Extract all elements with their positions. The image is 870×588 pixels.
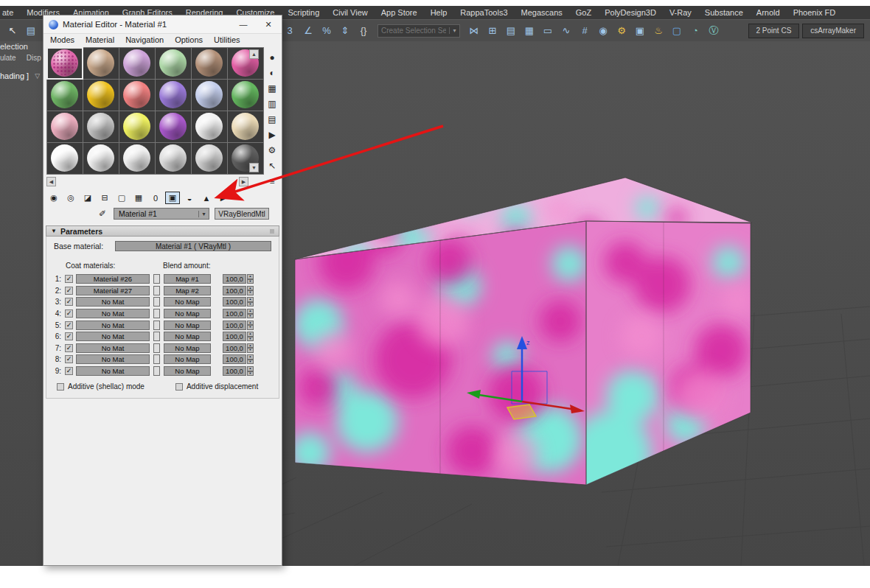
schematic-view-icon[interactable]: # (577, 23, 593, 39)
menu-v-ray[interactable]: V-Ray (663, 8, 698, 17)
me-menu-modes[interactable]: Modes (50, 35, 74, 44)
coat-enable-checkbox[interactable]: ✓ (65, 332, 73, 340)
sample-slot-3[interactable] (119, 48, 155, 79)
sample-slot-13[interactable] (47, 111, 83, 142)
sample-slot-9[interactable] (119, 80, 155, 111)
select-by-name-icon[interactable]: ▤ (23, 23, 39, 39)
material-type-button[interactable]: VRayBlendMtl (215, 208, 269, 220)
menu-app-store[interactable]: App Store (375, 8, 424, 17)
render-production-icon[interactable]: ♨ (650, 23, 667, 39)
me-menu-material[interactable]: Material (86, 35, 114, 44)
material-editor-icon[interactable]: ◉ (595, 23, 611, 39)
sample-slot-19[interactable] (47, 143, 83, 174)
menu-polydesign3d[interactable]: PolyDesign3D (598, 8, 663, 17)
assign-material-to-selection-icon[interactable]: ◪ (80, 192, 95, 204)
additive-displacement-checkbox[interactable] (175, 383, 183, 391)
sample-slot-21[interactable] (119, 143, 155, 174)
coat-material-button[interactable]: No Mat (76, 343, 150, 353)
viewport-shading-label[interactable]: hading ] ▽ (0, 71, 40, 80)
filter-icon[interactable]: ▽ (35, 72, 40, 80)
blend-amount-field[interactable]: 100,0▴▾ (223, 343, 254, 353)
select-object-icon[interactable]: ↖ (4, 23, 21, 39)
coat-enable-checkbox[interactable]: ✓ (65, 344, 73, 352)
coat-color-swatch[interactable] (153, 309, 160, 318)
coat-enable-checkbox[interactable]: ✓ (65, 367, 73, 375)
spinner-down-icon[interactable]: ▾ (247, 325, 254, 330)
slot-scroll-up-button[interactable]: ▲ (249, 49, 259, 59)
coat-color-swatch[interactable] (153, 366, 160, 376)
coat-material-button[interactable]: No Mat (76, 332, 150, 341)
angle-snap-icon[interactable]: ∠ (300, 23, 316, 39)
blend-amount-field[interactable]: 100,0▴▾ (223, 286, 254, 295)
blend-amount-field[interactable]: 100,0▴▾ (223, 332, 254, 341)
slot-scroll-right-button[interactable]: ▶ (239, 177, 248, 186)
snaps-toggle-icon[interactable]: 3 (282, 23, 298, 39)
render-setup-icon[interactable]: ⚙ (613, 23, 630, 39)
close-button[interactable]: ✕ (258, 20, 279, 29)
blend-amount-spinner[interactable]: ▴▾ (247, 309, 254, 318)
me-menu-options[interactable]: Options (175, 35, 203, 44)
coat-enable-checkbox[interactable]: ✓ (65, 321, 73, 329)
spinner-down-icon[interactable]: ▾ (247, 360, 254, 365)
sample-slot-2[interactable] (83, 48, 119, 79)
sample-slot-16[interactable] (156, 111, 191, 142)
menu-civil-view[interactable]: Civil View (326, 8, 374, 17)
box-right-face[interactable] (563, 221, 754, 510)
edit-named-selection-sets-icon[interactable]: {} (355, 23, 372, 39)
material-editor-window[interactable]: Material Editor - Material #1 — ✕ ModesM… (43, 15, 282, 566)
spinner-down-icon[interactable]: ▾ (247, 348, 254, 353)
selection-set-dropdown-icon[interactable]: ▾ (449, 27, 459, 34)
mirror-icon[interactable]: ⋈ (466, 23, 482, 39)
menu-scripting[interactable]: Scripting (281, 8, 326, 17)
coat-enable-checkbox[interactable]: ✓ (65, 298, 73, 306)
blend-amount-field[interactable]: 100,0▴▾ (223, 309, 254, 318)
coat-map-button[interactable]: Map #1 (164, 274, 211, 284)
spinner-down-icon[interactable]: ▾ (247, 279, 254, 284)
make-material-copy-icon[interactable]: ▢ (114, 192, 129, 204)
blend-amount-field[interactable]: 100,0▴▾ (223, 274, 254, 284)
material-name-dropdown-icon[interactable]: ▾ (198, 211, 209, 217)
video-color-check-icon[interactable]: ▤ (265, 113, 279, 126)
sample-slot-15[interactable] (119, 111, 155, 142)
me-menu-utilities[interactable]: Utilities (214, 35, 240, 44)
blend-amount-spinner[interactable]: ▴▾ (247, 366, 254, 376)
blend-amount-field[interactable]: 100,0▴▾ (223, 354, 254, 364)
coat-color-swatch[interactable] (153, 274, 160, 284)
menu-rappatools3[interactable]: RappaTools3 (453, 8, 514, 17)
coat-map-button[interactable]: No Map (164, 354, 211, 364)
menu-help[interactable]: Help (424, 8, 454, 17)
menu-goz[interactable]: GoZ (569, 8, 598, 17)
blend-amount-spinner[interactable]: ▴▾ (247, 297, 254, 307)
blend-amount-field[interactable]: 100,0▴▾ (223, 366, 254, 376)
coat-map-button[interactable]: No Map (164, 366, 211, 376)
align-icon[interactable]: ⊞ (484, 23, 501, 39)
coat-material-button[interactable]: No Mat (76, 366, 150, 376)
coat-map-button[interactable]: No Map (164, 321, 211, 330)
pick-material-from-object-icon[interactable]: ✐ (97, 209, 108, 219)
left-panel-tab-fragment[interactable]: ulate (0, 54, 16, 62)
coat-material-button[interactable]: No Mat (76, 354, 150, 364)
put-material-to-scene-icon[interactable]: ◎ (63, 192, 78, 204)
coat-color-swatch[interactable] (153, 343, 160, 353)
coat-map-button[interactable]: Map #2 (164, 286, 211, 295)
delete-material-icon[interactable]: ⊟ (97, 192, 112, 204)
curve-editor-icon[interactable]: ∿ (558, 23, 574, 39)
slot-scroll-left-button[interactable]: ◀ (46, 177, 56, 186)
coat-map-button[interactable]: No Map (164, 332, 211, 341)
go-forward-to-sibling-icon[interactable]: ▶ (216, 192, 231, 204)
sample-slot-14[interactable] (83, 111, 119, 142)
additive-shellac-checkbox[interactable] (57, 383, 64, 391)
menu-substance[interactable]: Substance (698, 8, 750, 17)
menu-ate[interactable]: ate (0, 8, 20, 17)
blend-amount-spinner[interactable]: ▴▾ (247, 274, 254, 284)
me-menu-navigation[interactable]: Navigation (125, 35, 164, 44)
sample-slot-22[interactable] (156, 143, 191, 174)
coat-enable-checkbox[interactable]: ✓ (65, 287, 73, 295)
rendered-frame-window-icon[interactable]: ▣ (632, 23, 648, 39)
go-to-parent-icon[interactable]: ▲ (199, 192, 214, 204)
toggle-ribbon-icon[interactable]: ▭ (540, 23, 556, 39)
blend-amount-field[interactable]: 100,0▴▾ (223, 321, 254, 330)
coat-map-button[interactable]: No Map (164, 343, 211, 353)
coat-material-button[interactable]: No Mat (76, 309, 150, 318)
toolbar-button-csarraymaker[interactable]: csArrayMaker (802, 24, 864, 38)
